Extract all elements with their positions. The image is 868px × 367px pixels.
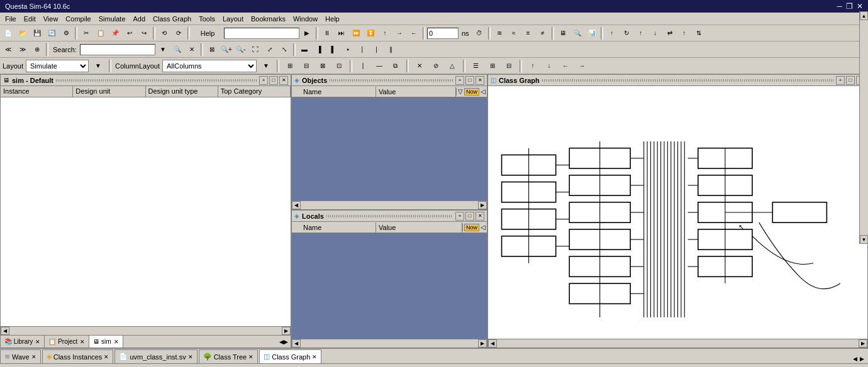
zoom-fit[interactable]: ⊠	[205, 43, 219, 57]
zoom-btn-6[interactable]: ⤡	[277, 43, 291, 57]
hscroll-right[interactable]: ▶	[282, 327, 291, 335]
layout-btn-10[interactable]: △	[445, 59, 459, 73]
tb-btn-9[interactable]: ↩	[123, 26, 136, 40]
zoom-btn-4[interactable]: ⛶	[248, 43, 262, 57]
layout-btn-4[interactable]: ⊡	[332, 59, 346, 73]
tb2-btn-1[interactable]: ≪	[1, 43, 15, 57]
menu-compile[interactable]: Compile	[62, 14, 94, 24]
layout-btn-11[interactable]: ☰	[469, 59, 483, 73]
search-input[interactable]	[80, 44, 155, 55]
locals-controls[interactable]: + □ ✕	[455, 212, 484, 221]
objects-close[interactable]: ✕	[476, 76, 484, 85]
menu-add[interactable]: Add	[130, 14, 150, 24]
menu-tools[interactable]: Tools	[195, 14, 219, 24]
zoom-in[interactable]: 🔍+	[220, 43, 233, 57]
zoom-btn-5[interactable]: ⤢	[263, 43, 277, 57]
tb-new-btn[interactable]: 📄	[1, 26, 15, 40]
tb-extra-5[interactable]: ⇄	[663, 26, 677, 40]
tb-sim-7[interactable]: ←	[407, 26, 421, 40]
sig-btn-2[interactable]: ▐	[312, 43, 326, 57]
tb-wave-2[interactable]: ≈	[507, 26, 521, 40]
toolbar-input[interactable]	[224, 28, 299, 39]
project-close[interactable]: ✕	[80, 339, 85, 345]
tb-extra-7[interactable]: ⇅	[692, 26, 706, 40]
sim-close[interactable]: ✕	[114, 339, 119, 345]
layout-btn-6[interactable]: —	[372, 59, 386, 73]
cg-hscroll-left[interactable]: ◀	[488, 339, 497, 348]
tb-view-3[interactable]: 📊	[585, 26, 599, 40]
tb-sim-4[interactable]: ⏬	[364, 26, 377, 40]
sig-btn-3[interactable]: ▌	[326, 43, 340, 57]
tb2-btn-3[interactable]: ⊕	[30, 43, 44, 57]
hscroll-left[interactable]: ◀	[1, 327, 9, 335]
locals-expand[interactable]: +	[455, 212, 464, 221]
layout-dropdown[interactable]: ▼	[91, 59, 105, 73]
help-button[interactable]: Help	[192, 26, 223, 40]
tb-sim-6[interactable]: →	[392, 26, 406, 40]
objects-expand[interactable]: +	[455, 76, 464, 85]
layout-btn-9[interactable]: ⊘	[429, 59, 443, 73]
layout-btn-16[interactable]: ←	[559, 59, 572, 73]
class-tree-close[interactable]: ✕	[248, 354, 253, 360]
tabs-scroll-right[interactable]: ▶	[284, 339, 288, 345]
uvm-class-close[interactable]: ✕	[188, 354, 193, 360]
sig-btn-7[interactable]: ∥	[384, 43, 398, 57]
tb-cut[interactable]: ✂	[79, 26, 93, 40]
left-panel-controls[interactable]: + □ ✕	[259, 76, 288, 85]
locals-hscroll-right[interactable]: ▶	[478, 339, 487, 348]
sig-btn-4[interactable]: ▪	[341, 43, 355, 57]
cg-vscroll-down[interactable]: ▼	[860, 235, 868, 244]
menu-view[interactable]: View	[40, 14, 62, 24]
tb-wave-3[interactable]: ≡	[521, 26, 535, 40]
layout-btn-3[interactable]: ⊠	[316, 59, 330, 73]
library-close[interactable]: ✕	[35, 339, 40, 345]
tb-extra-1[interactable]: ↑	[605, 26, 619, 40]
locals-hscroll-left[interactable]: ◀	[292, 339, 301, 348]
minimize-button[interactable]: ─	[837, 2, 842, 11]
layout-btn-17[interactable]: →	[575, 59, 589, 73]
tb-sim-1[interactable]: ⏸	[320, 26, 334, 40]
tb-wave-4[interactable]: ≠	[536, 26, 550, 40]
tab-library[interactable]: 📚 Library ✕	[1, 336, 45, 348]
close-button[interactable]: ✕	[857, 2, 863, 11]
class-graph-tab-close[interactable]: ✕	[312, 354, 317, 360]
tab-class-instances[interactable]: ◈ Class Instances ✕	[42, 349, 114, 363]
tb2-btn-2[interactable]: ≫	[16, 43, 30, 57]
menu-window[interactable]: Window	[289, 14, 321, 24]
layout-btn-14[interactable]: ↑	[526, 59, 540, 73]
tb-extra-3[interactable]: ↑	[634, 26, 648, 40]
layout-btn-12[interactable]: ⊞	[486, 59, 499, 73]
tab-class-graph[interactable]: ◫ Class Graph ✕	[259, 349, 321, 363]
column-layout-select[interactable]: AllColumns	[162, 60, 257, 72]
tab-wave[interactable]: ≋ Wave ✕	[0, 349, 41, 363]
obj-hscroll-left[interactable]: ◀	[292, 201, 301, 209]
left-panel-expand[interactable]: +	[259, 76, 268, 85]
menu-help[interactable]: Help	[321, 14, 343, 24]
tb-open-btn[interactable]: 📂	[16, 26, 30, 40]
search-btn-2[interactable]: ✕	[185, 43, 199, 57]
objects-float[interactable]: □	[465, 76, 474, 85]
tb-sim-3[interactable]: ⏩	[349, 26, 363, 40]
layout-btn-1[interactable]: ⊞	[283, 59, 297, 73]
menu-file[interactable]: File	[1, 14, 20, 24]
tb-view-1[interactable]: 🖥	[556, 26, 570, 40]
menu-simulate[interactable]: Simulate	[95, 14, 130, 24]
tabs-nav-right[interactable]: ▶	[859, 354, 865, 363]
search-btn-1[interactable]: 🔍	[170, 43, 184, 57]
tb-btn-11[interactable]: ⟲	[157, 26, 171, 40]
locals-close[interactable]: ✕	[476, 212, 484, 221]
objects-controls[interactable]: + □ ✕	[455, 76, 484, 85]
cg-vscroll-up[interactable]: ▲	[860, 11, 868, 20]
layout-btn-2[interactable]: ⊟	[299, 59, 313, 73]
tab-uvm-class[interactable]: 📄 uvm_class_inst.sv ✕	[114, 349, 197, 363]
tab-sim[interactable]: 🖥 sim ✕	[89, 336, 123, 348]
tb-btn-10[interactable]: ↪	[137, 26, 151, 40]
tb-run-btn[interactable]: ▶	[300, 26, 314, 40]
layout-btn-7[interactable]: ⧉	[389, 59, 403, 73]
cg-hscroll-right[interactable]: ▶	[859, 339, 867, 348]
tb-sim-5[interactable]: ↑	[378, 26, 392, 40]
wave-tab-close[interactable]: ✕	[31, 354, 36, 360]
search-dropdown[interactable]: ▼	[156, 43, 170, 57]
tb-sim-2[interactable]: ⏭	[335, 26, 348, 40]
time-input[interactable]	[427, 28, 459, 39]
